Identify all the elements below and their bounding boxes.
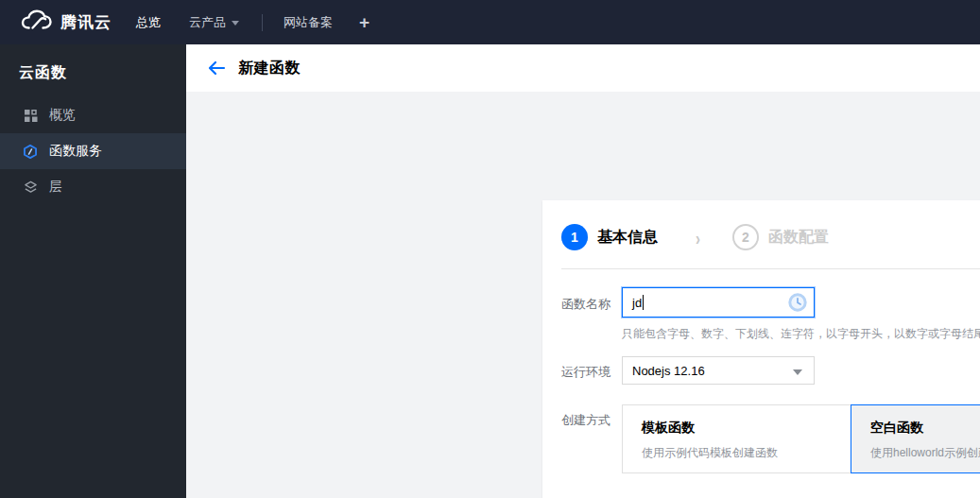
- chevron-down-icon: [232, 21, 239, 26]
- brand-name: 腾讯云: [60, 11, 112, 33]
- cloud-logo-icon: [21, 9, 53, 35]
- nav-products[interactable]: 云产品: [189, 14, 239, 31]
- nav-products-label: 云产品: [189, 14, 226, 31]
- sidebar-item-overview[interactable]: 概览: [0, 97, 186, 133]
- top-navbar: 腾讯云 总览 云产品 网站备案 +: [0, 0, 980, 44]
- option-title: 模板函数: [642, 420, 851, 437]
- function-name-input[interactable]: jd: [622, 287, 815, 318]
- page-header: 新建函数: [186, 44, 980, 92]
- create-function-card: 1 基本信息 › 2 函数配置 函数名称 jd 只能包含字母、数字、下划线、连字…: [542, 200, 980, 498]
- sidebar-item-label: 概览: [49, 107, 76, 124]
- step-indicator: 1 基本信息 › 2 函数配置: [561, 221, 829, 253]
- function-name-label: 函数名称: [561, 296, 610, 313]
- add-tab-button[interactable]: +: [359, 12, 370, 33]
- sidebar: 云函数 概览 函数服务: [0, 44, 186, 498]
- page-title: 新建函数: [238, 59, 301, 78]
- runtime-value: Nodejs 12.16: [632, 364, 705, 378]
- pending-clock-icon: [787, 292, 808, 313]
- sidebar-item-label: 层: [49, 179, 62, 196]
- step-2-label: 函数配置: [768, 228, 829, 248]
- sidebar-menu: 概览 函数服务 层: [0, 97, 186, 205]
- creation-method-options: 模板函数 使用示例代码模板创建函数 空白函数 使用helloworld示例创建空…: [622, 404, 980, 473]
- runtime-label: 运行环境: [561, 364, 610, 381]
- option-template-function[interactable]: 模板函数 使用示例代码模板创建函数: [622, 404, 851, 473]
- sidebar-item-functions[interactable]: 函数服务: [0, 133, 186, 169]
- nav-icp[interactable]: 网站备案: [284, 14, 333, 31]
- step-chevron-icon: ›: [696, 227, 700, 248]
- sidebar-item-layers[interactable]: 层: [0, 169, 186, 205]
- steps-divider: [561, 268, 980, 269]
- function-name-hint: 只能包含字母、数字、下划线、连字符，以字母开头，以数字或字母结尾，2~60个字符: [622, 326, 980, 342]
- creation-method-label: 创建方式: [561, 412, 610, 429]
- layers-icon: [23, 180, 38, 195]
- option-desc: 使用helloworld示例创建空白函数: [870, 445, 980, 461]
- text-cursor: [643, 295, 644, 310]
- scf-hexagon-icon: [23, 144, 38, 159]
- step-2-circle: 2: [732, 224, 759, 250]
- option-blank-function[interactable]: 空白函数 使用helloworld示例创建空白函数: [851, 404, 980, 473]
- step-1-circle: 1: [561, 224, 588, 250]
- nav-overview[interactable]: 总览: [136, 14, 161, 31]
- option-title: 空白函数: [870, 420, 980, 437]
- dropdown-caret-icon: [793, 369, 802, 375]
- function-name-value: jd: [632, 296, 642, 310]
- step-1-label: 基本信息: [597, 228, 658, 248]
- option-desc: 使用示例代码模板创建函数: [642, 445, 851, 461]
- runtime-select[interactable]: Nodejs 12.16: [622, 356, 815, 385]
- sidebar-item-label: 函数服务: [49, 143, 102, 160]
- sidebar-title: 云函数: [0, 44, 186, 83]
- grid-icon: [23, 108, 38, 123]
- content-area: 1 基本信息 › 2 函数配置 函数名称 jd 只能包含字母、数字、下划线、连字…: [186, 92, 980, 498]
- nav-divider: [262, 14, 263, 31]
- tencent-cloud-logo[interactable]: 腾讯云: [21, 9, 112, 35]
- back-arrow-icon[interactable]: [207, 59, 226, 77]
